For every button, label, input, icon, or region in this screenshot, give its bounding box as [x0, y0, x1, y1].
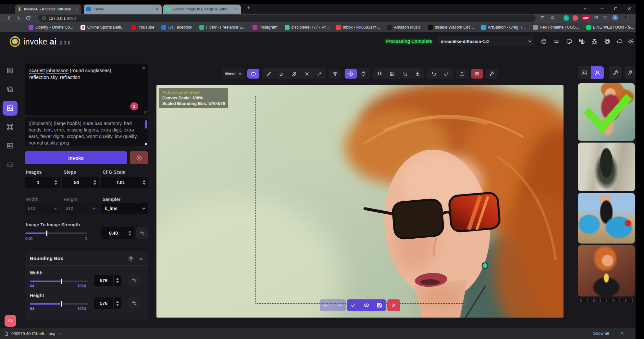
theme-button[interactable] [564, 36, 575, 46]
stepper[interactable] [52, 177, 60, 188]
redo-button[interactable] [440, 69, 452, 79]
negative-prompt-input[interactable]: ((implants)) (large boobs) nude bad anat… [25, 118, 148, 146]
tab-unified-canvas[interactable] [3, 101, 18, 116]
tab-text-to-image[interactable] [3, 63, 18, 78]
address-bar[interactable]: 127.0.0.1:9090 [38, 15, 536, 22]
window-maximize-button[interactable] [613, 6, 618, 11]
tab-close-icon[interactable] [75, 7, 79, 11]
forward-button[interactable] [14, 14, 23, 22]
close-download-shelf-icon[interactable] [620, 331, 625, 335]
previous-image-button[interactable] [320, 299, 333, 311]
strength-reset-button[interactable] [136, 227, 148, 239]
download-image-button[interactable] [412, 69, 424, 79]
bbox-height-slider[interactable] [30, 303, 88, 305]
extensions-puzzle-icon[interactable] [594, 15, 599, 20]
gallery-thumbnail[interactable] [578, 245, 635, 296]
prompt-input[interactable]: scarlett johansson (round sunglasses) re… [25, 64, 148, 115]
steps-input[interactable]: 50 [62, 177, 99, 188]
tab-upload-image[interactable]: Upload Image to Enlarge & Enha [163, 5, 241, 14]
gallery-thumbnail-selected[interactable] [578, 83, 635, 141]
profile-avatar[interactable] [612, 15, 618, 20]
layer-select[interactable]: Mask [222, 69, 245, 79]
fill-bounding-box-button[interactable] [288, 69, 300, 79]
bookmark-item[interactable]: (7) Facebook [161, 25, 192, 30]
reload-button[interactable] [23, 14, 33, 22]
tab-close-icon[interactable] [234, 7, 238, 11]
gallery-settings-button[interactable] [609, 66, 622, 79]
gallery-images-tab[interactable] [578, 66, 591, 79]
tab-postprocessing[interactable] [3, 138, 18, 153]
save-staging-button[interactable] [373, 299, 386, 311]
bbox-height-input[interactable]: 576 [94, 297, 121, 309]
erase-bounding-box-button[interactable] [301, 69, 313, 79]
slider-thumb[interactable] [46, 231, 47, 236]
merge-visible-button[interactable] [374, 69, 386, 79]
bounding-box-marquee[interactable] [255, 96, 463, 304]
bookmark-item[interactable]: disable Wacom Circ... [428, 25, 474, 30]
grammarly-extension-icon[interactable] [564, 15, 569, 21]
console-toggle-button[interactable] [5, 315, 16, 327]
bbox-width-reset-button[interactable] [129, 275, 140, 286]
mask-options-button[interactable] [247, 69, 259, 79]
copy-to-clipboard-button[interactable] [399, 69, 411, 79]
extension-icon[interactable] [573, 15, 578, 21]
bookmark-item[interactable]: YouTube [131, 25, 154, 30]
reset-view-button[interactable] [357, 69, 369, 79]
canvas-settings-button[interactable] [486, 69, 498, 79]
tab-search-icon[interactable] [583, 6, 588, 11]
bookmark-item[interactable]: Fiverr - Freelance S... [199, 25, 245, 30]
upload-button[interactable] [456, 69, 468, 79]
bookmark-item[interactable]: discipleneil777 - Pr... [285, 25, 329, 30]
resize-handle[interactable] [145, 143, 147, 145]
bbox-width-slider[interactable] [30, 281, 88, 282]
discord-button[interactable] [614, 36, 625, 46]
bookmark-item[interactable]: Amazon Music [387, 25, 421, 30]
scrollbar-thumb[interactable] [145, 120, 147, 129]
language-button[interactable] [576, 36, 587, 46]
eraser-tool-button[interactable] [276, 69, 288, 79]
settings-button[interactable] [625, 36, 636, 46]
tab-civitai[interactable]: Civitai [84, 5, 162, 14]
hotkeys-button[interactable] [551, 36, 562, 46]
sidebar-icon[interactable] [603, 15, 608, 20]
images-input[interactable]: 1 [25, 177, 60, 188]
model-select[interactable]: dreamlike-diffusion-1.0 [438, 36, 534, 46]
brush-options-button[interactable] [329, 69, 341, 79]
resize-handle[interactable] [144, 111, 147, 114]
bookmark-item[interactable]: Neil Fontaine | CGS... [533, 25, 579, 30]
report-bug-button[interactable] [589, 36, 600, 46]
tab-training[interactable] [3, 157, 18, 172]
next-image-button[interactable] [333, 299, 346, 311]
cfg-scale-input[interactable]: 7.01 [101, 177, 148, 188]
gallery-pin-button[interactable] [625, 66, 635, 79]
bbox-height-reset-button[interactable] [129, 297, 140, 308]
chevron-up-icon[interactable] [58, 332, 62, 336]
save-to-gallery-button[interactable] [386, 69, 398, 79]
bbox-width-input[interactable]: 576 [94, 275, 121, 286]
show-all-downloads-link[interactable]: Show all [593, 331, 609, 336]
slider-thumb[interactable] [61, 279, 62, 284]
brush-tool-button[interactable] [263, 69, 275, 79]
model-manager-button[interactable] [538, 36, 549, 46]
download-item[interactable]: 000979.40d74eb5....png [4, 328, 62, 339]
window-close-button[interactable] [627, 6, 632, 11]
color-picker-button[interactable] [314, 69, 326, 79]
bookmark-item[interactable]: Inbox - klk56831@... [336, 25, 380, 30]
tab-nodes[interactable] [3, 119, 18, 134]
bookmarks-overflow-icon[interactable] [626, 24, 631, 29]
stepper[interactable] [91, 177, 99, 188]
adblock-plus-extension-icon[interactable]: ABP [582, 15, 590, 20]
unified-canvas[interactable]: Active Layer: Mask Canvas Scale: 108% Sc… [156, 85, 564, 318]
new-tab-button[interactable] [246, 6, 251, 10]
show-hide-button[interactable] [360, 299, 373, 311]
tab-close-icon[interactable] [155, 7, 159, 11]
bounding-box-header[interactable]: Bounding Box ? [25, 251, 148, 266]
bookmark-item[interactable]: Udemy - Online Co... [29, 25, 73, 30]
site-info-icon[interactable] [42, 16, 46, 20]
gallery-thumbnail[interactable] [578, 143, 635, 191]
collapse-chevron-icon[interactable] [140, 258, 143, 261]
stepper[interactable] [113, 297, 121, 309]
undo-button[interactable] [428, 69, 440, 79]
back-button[interactable] [4, 14, 14, 22]
invoke-button[interactable]: Invoke [25, 151, 127, 164]
